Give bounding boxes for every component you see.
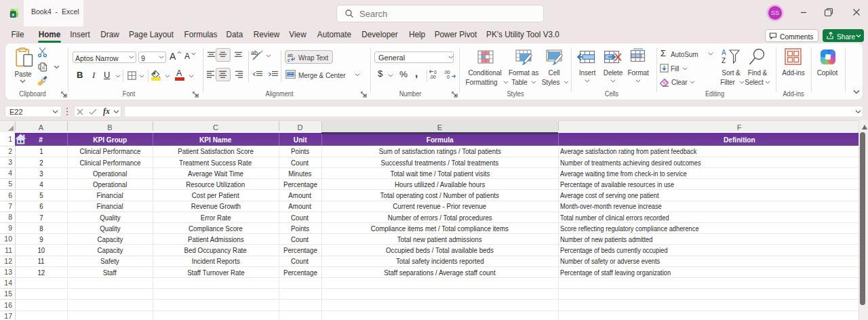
- svg-text:ab: ab: [288, 53, 293, 58]
- svg-text:0: 0: [447, 75, 450, 79]
- svg-text:.00: .00: [429, 75, 436, 79]
- svg-text:Z: Z: [722, 57, 726, 64]
- svg-text:c: c: [288, 58, 290, 62]
- svg-text:A: A: [722, 49, 726, 56]
